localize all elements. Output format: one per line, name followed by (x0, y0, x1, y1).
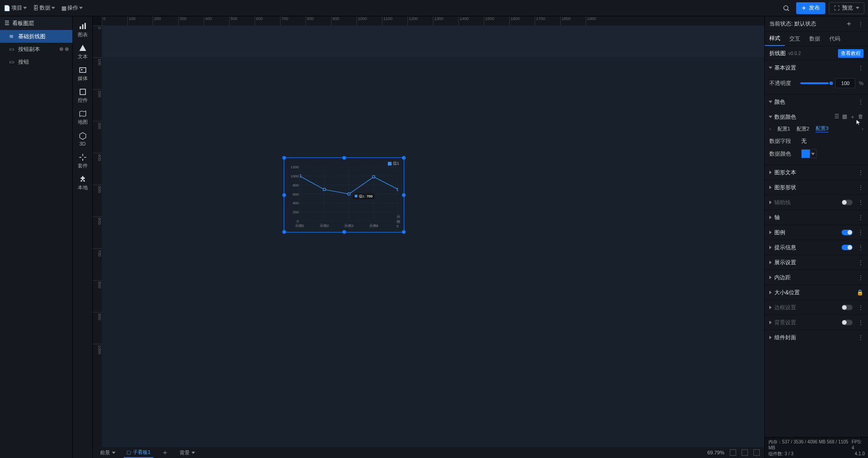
add-icon[interactable]: ＋ (850, 113, 855, 121)
more-icon[interactable]: ⋮ (858, 199, 863, 206)
tab-background[interactable]: 背景 (177, 447, 198, 458)
actual-size-icon[interactable] (742, 449, 748, 456)
tab-data[interactable]: 数据 (805, 32, 825, 46)
resize-handle[interactable] (282, 230, 286, 234)
section-title: 内边距 (774, 274, 791, 282)
menu-actions[interactable]: ▦ 操作 (61, 4, 83, 12)
rail-chart[interactable]: 图表 (73, 19, 93, 41)
layer-item-line-chart[interactable]: ≋ 基础折线图 (0, 30, 72, 43)
tab-style[interactable]: 样式 (765, 32, 785, 46)
list-icon[interactable]: ☰ (834, 113, 839, 121)
svg-rect-2 (80, 26, 81, 29)
rail-kit[interactable]: 套件 (73, 150, 93, 172)
search-button[interactable] (780, 2, 793, 15)
more-icon[interactable]: ⋮ (858, 99, 863, 105)
preview-label: 预览 (842, 4, 853, 12)
menu-project[interactable]: 📄 项目 (4, 4, 27, 12)
more-icon[interactable]: ⋮ (858, 319, 863, 326)
section-header[interactable]: 提示信息⋮ (765, 240, 868, 255)
tab-foreground[interactable]: 前景 (97, 447, 118, 458)
resize-handle[interactable] (282, 156, 286, 160)
rail-3d[interactable]: 3D (73, 128, 93, 150)
opacity-slider[interactable] (800, 82, 832, 84)
more-icon[interactable]: ⋮ (858, 229, 863, 236)
section-header[interactable]: 组件封面⋮ (765, 330, 868, 345)
section-header[interactable]: 图例⋮ (765, 225, 868, 240)
slider-knob[interactable] (828, 81, 834, 86)
svg-point-0 (784, 5, 788, 10)
badge-dot (60, 47, 63, 51)
section-header[interactable]: 轴⋮ (765, 210, 868, 225)
next-config[interactable]: › (862, 126, 863, 131)
grid-icon[interactable]: ▦ (842, 113, 847, 121)
section-header-color[interactable]: 颜色⋮ (765, 95, 868, 109)
more-icon[interactable]: ⋮ (858, 21, 863, 27)
more-icon[interactable]: ⋮ (858, 334, 863, 341)
rail-map[interactable]: 地图 (73, 106, 93, 128)
opacity-input[interactable]: 100 (835, 78, 855, 88)
lock-icon[interactable]: 🔒 (857, 289, 863, 296)
section-header[interactable]: 辅助线⋮ (765, 195, 868, 210)
color-picker[interactable] (801, 149, 817, 158)
data-color-label: 数据颜色 (769, 150, 801, 158)
toggle[interactable] (842, 200, 853, 205)
toggle[interactable] (842, 230, 853, 235)
canvas-area[interactable]: 0100200300400500600700800900100011001200… (93, 16, 764, 458)
more-icon[interactable]: ⋮ (858, 214, 863, 221)
more-icon[interactable]: ⋮ (858, 169, 863, 176)
preview-button[interactable]: ⛶ 预览 (829, 2, 864, 14)
rail-text[interactable]: 文本 (73, 41, 93, 63)
add-tab-button[interactable]: ＋ (159, 447, 171, 458)
section-header[interactable]: 边框设置⋮ (765, 300, 868, 315)
prev-config[interactable]: ‹ (769, 126, 771, 131)
menu-data[interactable]: 🗄 数据 (33, 4, 55, 12)
section-header[interactable]: 内边距⋮ (765, 270, 868, 285)
grid-icon[interactable] (753, 449, 760, 456)
tab-subboard[interactable]: ▢子看板1 (124, 447, 153, 458)
layer-item-button[interactable]: ▭ 按钮 (0, 55, 72, 68)
help-button[interactable]: 查看教程 (838, 49, 863, 58)
section-header[interactable]: 背景设置⋮ (765, 315, 868, 330)
stage[interactable]: 值1 020040060080010001200示例1示例2示例3示例4示例5值… (102, 25, 764, 447)
add-state-button[interactable]: ＋ (845, 19, 853, 29)
section-header[interactable]: 图形文本⋮ (765, 165, 868, 180)
section-header-basic[interactable]: 基本设置⋮ (765, 60, 868, 75)
rail-widget[interactable]: 控件 (73, 85, 93, 106)
toggle[interactable] (842, 245, 853, 250)
toggle[interactable] (842, 305, 853, 310)
rail-label: 套件 (78, 162, 88, 169)
more-icon[interactable]: ⋮ (858, 65, 863, 71)
fit-icon[interactable] (730, 449, 736, 456)
delete-icon[interactable]: 🗑 (858, 113, 863, 121)
tab-code[interactable]: 代码 (825, 32, 845, 46)
resize-handle[interactable] (402, 156, 406, 160)
resize-handle[interactable] (402, 193, 406, 197)
data-field-value[interactable]: 无 (801, 137, 807, 145)
selected-widget[interactable]: 值1 020040060080010001200示例1示例2示例3示例4示例5值… (284, 157, 404, 232)
layer-item-button-copy[interactable]: ▭ 按钮副本 (0, 43, 72, 55)
resize-handle[interactable] (342, 230, 346, 234)
resize-handle[interactable] (282, 193, 286, 197)
more-icon[interactable]: ⋮ (858, 244, 863, 251)
config-tab-2[interactable]: 配置2 (797, 126, 809, 132)
more-icon[interactable]: ⋮ (858, 304, 863, 311)
more-icon[interactable]: ⋮ (858, 259, 863, 266)
rail-label: 本地 (78, 184, 88, 191)
resize-handle[interactable] (342, 156, 346, 160)
section-header[interactable]: 大小&位置🔒 (765, 285, 868, 300)
more-icon[interactable]: ⋮ (858, 184, 863, 191)
rail-media[interactable]: 媒体 (73, 63, 93, 85)
toggle[interactable] (842, 320, 853, 325)
chevron-down-icon (112, 452, 115, 454)
rail-local[interactable]: 本地 (73, 172, 93, 194)
section-header[interactable]: 图形形状⋮ (765, 180, 868, 195)
resize-handle[interactable] (402, 230, 406, 234)
subsection-data-color[interactable]: 数据颜色 ☰ ▦ ＋ 🗑 (769, 111, 863, 123)
config-tab-3[interactable]: 配置3 (816, 125, 828, 132)
more-icon[interactable]: ⋮ (858, 274, 863, 281)
publish-button[interactable]: ✈ 发布 (796, 2, 825, 14)
rail-label: 文本 (78, 53, 88, 60)
config-tab-1[interactable]: 配置1 (778, 126, 790, 132)
tab-interact[interactable]: 交互 (785, 32, 805, 46)
section-header[interactable]: 展示设置⋮ (765, 255, 868, 270)
